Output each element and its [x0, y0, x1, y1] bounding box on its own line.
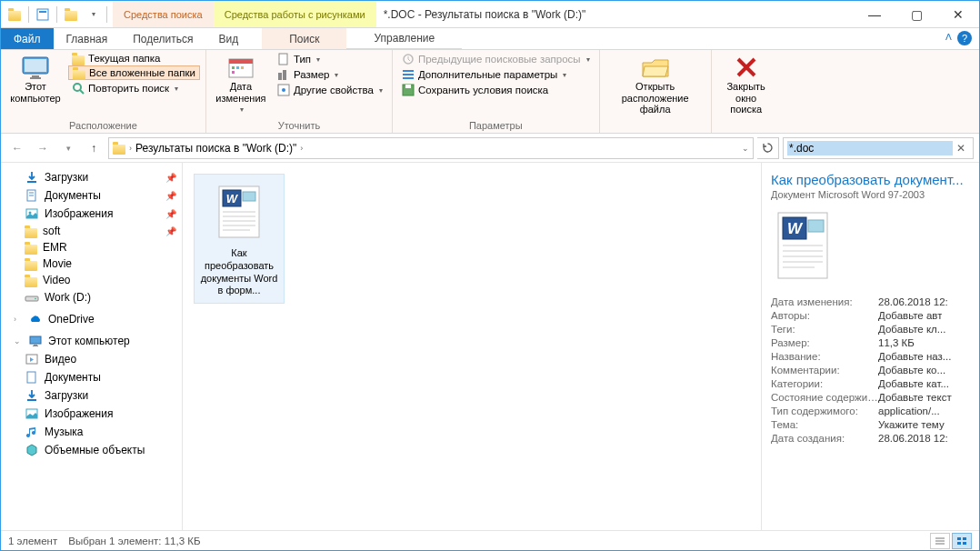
address-dropdown-icon[interactable]: ⌄ — [742, 144, 749, 153]
cube-icon — [25, 443, 39, 457]
property-row[interactable]: Состояние содержим...Добавьте текст — [771, 392, 970, 403]
address-bar[interactable]: › Результаты поиска в "Work (D:)" › ⌄ — [108, 137, 754, 159]
tree-documents[interactable]: Документы📌 — [1, 186, 182, 205]
property-value[interactable]: Добавьте наз... — [878, 351, 951, 362]
qat-properties-icon[interactable] — [33, 5, 53, 25]
save-search-button[interactable]: Сохранить условия поиска — [398, 83, 594, 97]
tree-videos[interactable]: Видео — [1, 350, 182, 368]
refresh-button[interactable] — [757, 137, 779, 159]
contextual-tab-headers: Средства поиска Средства работы с рисунк… — [113, 1, 376, 27]
property-label: Размер: — [771, 337, 878, 348]
tree-work[interactable]: Work (D:) — [1, 288, 182, 306]
details-preview-icon: W — [771, 209, 970, 282]
svg-point-18 — [282, 88, 285, 92]
file-tile[interactable]: W Как преобразовать документы Word в фор… — [194, 174, 285, 304]
tree-downloads[interactable]: Загрузки📌 — [1, 168, 182, 186]
repeat-search-button[interactable]: Повторить поиск▾ — [68, 81, 200, 95]
property-row[interactable]: Комментарии:Добавьте ко... — [771, 365, 970, 376]
downloads-icon — [25, 388, 39, 403]
close-button[interactable]: ✕ — [937, 1, 979, 27]
ribbon-tabs: Файл Главная Поделиться Вид Поиск Управл… — [1, 28, 979, 50]
property-value[interactable]: Добавьте кл... — [878, 324, 945, 335]
other-props-button[interactable]: Другие свойства▾ — [274, 83, 386, 97]
search-clear-icon[interactable]: ✕ — [953, 142, 969, 155]
tree-onedrive[interactable]: ›OneDrive — [1, 310, 182, 328]
property-value[interactable]: 28.06.2018 12: — [878, 296, 948, 307]
qat-dropdown-icon[interactable]: ▾ — [83, 5, 103, 25]
nav-up-button[interactable]: ↑ — [83, 137, 105, 159]
property-label: Категории: — [771, 378, 878, 389]
property-row[interactable]: Категории:Добавьте кат... — [771, 378, 970, 389]
tab-manage[interactable]: Управление — [346, 28, 462, 49]
property-value[interactable]: 28.06.2018 12: — [878, 433, 948, 444]
view-icons-button[interactable] — [952, 533, 972, 549]
property-row[interactable]: Тема:Укажите тему — [771, 419, 970, 430]
type-button[interactable]: Тип▾ — [274, 52, 386, 66]
tree-downloads2[interactable]: Загрузки — [1, 386, 182, 405]
property-row[interactable]: Размер:11,3 КБ — [771, 337, 970, 348]
file-list[interactable]: W Как преобразовать документы Word в фор… — [183, 163, 761, 530]
property-value[interactable]: Добавьте кат... — [878, 378, 949, 389]
all-subfolders-button[interactable]: Все вложенные папки — [68, 65, 200, 80]
property-value[interactable]: Добавьте ко... — [878, 365, 945, 376]
property-row[interactable]: Тип содержимого:application/... — [771, 406, 970, 416]
qat-new-folder-icon[interactable] — [61, 5, 81, 25]
size-button[interactable]: Размер▾ — [274, 67, 386, 82]
app-icon[interactable] — [5, 5, 25, 25]
this-pc-button[interactable]: Этот компьютер — [6, 52, 65, 107]
search-input[interactable] — [787, 141, 953, 155]
ribbon-group-location: Этот компьютер Текущая папка Все вложенн… — [1, 50, 206, 133]
property-value[interactable]: 11,3 КБ — [878, 337, 915, 348]
tree-soft[interactable]: soft📌 — [1, 223, 182, 239]
help-icon[interactable]: ? — [957, 31, 972, 45]
minimize-button[interactable]: — — [854, 1, 895, 27]
tree-video[interactable]: Video — [1, 272, 182, 288]
maximize-button[interactable]: ▢ — [895, 1, 937, 27]
tree-3d-objects[interactable]: Объемные объекты — [1, 441, 182, 459]
tree-pictures2[interactable]: Изображения — [1, 405, 182, 423]
tab-share[interactable]: Поделиться — [120, 28, 205, 49]
property-row[interactable]: Теги:Добавьте кл... — [771, 324, 970, 335]
svg-rect-59 — [957, 537, 961, 540]
tab-search[interactable]: Поиск — [262, 28, 346, 49]
tree-pictures[interactable]: Изображения📌 — [1, 205, 182, 223]
nav-back-button[interactable]: ← — [6, 137, 28, 159]
nav-tree[interactable]: Загрузки📌 Документы📌 Изображения📌 soft📌 … — [1, 163, 183, 530]
view-details-button[interactable] — [930, 533, 950, 549]
date-modified-button[interactable]: Дата изменения▾ — [212, 52, 270, 117]
prev-searches-button[interactable]: Предыдущие поисковые запросы▾ — [398, 52, 594, 66]
svg-rect-12 — [241, 66, 244, 69]
property-value[interactable]: Добавьте авт — [878, 310, 942, 321]
history-icon — [402, 53, 415, 65]
tab-file[interactable]: Файл — [1, 28, 54, 49]
property-row[interactable]: Название:Добавьте наз... — [771, 351, 970, 362]
property-value[interactable]: Укажите тему — [878, 419, 945, 430]
current-folder-button[interactable]: Текущая папка — [68, 52, 200, 65]
ribbon: Этот компьютер Текущая папка Все вложенн… — [1, 50, 979, 134]
document-icon — [25, 370, 39, 385]
ribbon-group-params: Предыдущие поисковые запросы▾ Дополнител… — [393, 50, 600, 133]
advanced-button[interactable]: Дополнительные параметры▾ — [398, 67, 594, 82]
property-row[interactable]: Авторы:Добавьте авт — [771, 310, 970, 321]
monitor-icon — [21, 55, 50, 79]
tree-emr[interactable]: EMR — [1, 239, 182, 255]
property-value[interactable]: Добавьте текст — [878, 392, 952, 403]
nav-recent-button[interactable]: ▾ — [57, 137, 79, 159]
property-row[interactable]: Дата создания:28.06.2018 12: — [771, 433, 970, 444]
window-controls: — ▢ ✕ — [854, 1, 979, 27]
ribbon-collapse-icon[interactable]: ᐱ — [945, 32, 952, 42]
property-row[interactable]: Дата изменения:28.06.2018 12: — [771, 296, 970, 307]
breadcrumb[interactable]: Результаты поиска в "Work (D:)" — [135, 142, 296, 155]
tab-home[interactable]: Главная — [54, 28, 121, 49]
search-box[interactable]: ✕ — [783, 137, 974, 159]
tree-this-pc[interactable]: ⌄Этот компьютер — [1, 332, 182, 350]
tree-music[interactable]: Музыка — [1, 423, 182, 441]
property-label: Дата создания: — [771, 433, 878, 444]
nav-forward-button[interactable]: → — [32, 137, 54, 159]
tab-view[interactable]: Вид — [205, 28, 251, 49]
tree-movie[interactable]: Movie — [1, 255, 182, 272]
open-location-button[interactable]: Открыть расположение файла — [605, 52, 705, 119]
property-value[interactable]: application/... — [878, 406, 940, 416]
tree-documents2[interactable]: Документы — [1, 368, 182, 386]
close-search-button[interactable]: Закрыть окно поиска — [717, 52, 775, 119]
